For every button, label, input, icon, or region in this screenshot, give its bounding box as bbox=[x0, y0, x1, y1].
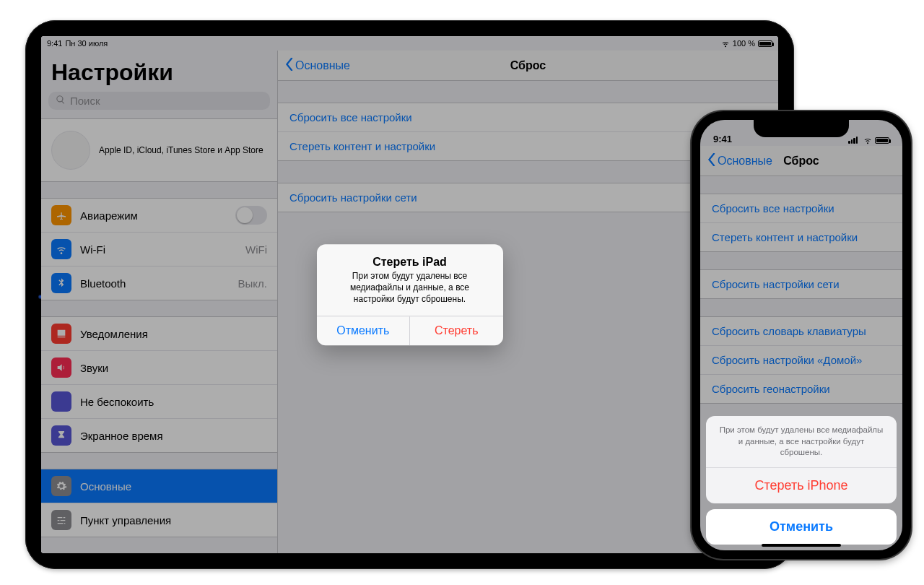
ipad-screen: 9:41 Пн 30 июля 100 % Настройки Поиск bbox=[41, 36, 778, 553]
alert-cancel-button[interactable]: Отменить bbox=[317, 316, 411, 345]
actionsheet-message: При этом будут удалены все медиафайлы и … bbox=[706, 416, 897, 468]
sidebar-group-attention: Уведомления Звуки Не беспокоить bbox=[41, 316, 277, 453]
sidebar-item-notifications[interactable]: Уведомления bbox=[41, 317, 277, 350]
bluetooth-icon bbox=[51, 273, 71, 293]
avatar bbox=[51, 131, 90, 170]
status-battery-pct: 100 % bbox=[733, 39, 755, 48]
back-button[interactable]: Основные bbox=[285, 58, 350, 74]
sliders-icon bbox=[51, 510, 71, 530]
account-subtitle: Apple ID, iCloud, iTunes Store и App Sto… bbox=[99, 145, 263, 155]
wifi-icon bbox=[721, 39, 730, 48]
notifications-icon bbox=[51, 324, 71, 344]
bluetooth-label: Bluetooth bbox=[80, 277, 126, 290]
moon-icon bbox=[51, 391, 71, 412]
actionsheet-erase-button[interactable]: Стереть iPhone bbox=[706, 468, 897, 503]
sidebar-item-sounds[interactable]: Звуки bbox=[41, 350, 277, 384]
iphone-device-frame: 9:41 Основные Сброс Сбросить все настрой… bbox=[692, 111, 911, 559]
search-placeholder: Поиск bbox=[70, 95, 100, 107]
wifi-label: Wi-Fi bbox=[80, 243, 105, 256]
dnd-label: Не беспокоить bbox=[80, 396, 154, 408]
sounds-icon bbox=[51, 358, 71, 378]
sidebar-item-account[interactable]: Apple ID, iCloud, iTunes Store и App Sto… bbox=[41, 118, 277, 182]
notifications-label: Уведомления bbox=[80, 328, 148, 340]
hourglass-icon bbox=[51, 425, 71, 446]
detail-title: Сброс bbox=[278, 59, 778, 72]
home-indicator[interactable] bbox=[762, 544, 841, 547]
wifi-icon bbox=[51, 239, 71, 259]
sidebar-item-wifi[interactable]: Wi-Fi WiFi bbox=[41, 232, 277, 266]
airplane-toggle[interactable] bbox=[235, 206, 267, 225]
alert-title: Стереть iPad bbox=[317, 244, 503, 270]
sidebar-item-screentime[interactable]: Экранное время bbox=[41, 418, 277, 452]
search-input[interactable]: Поиск bbox=[48, 92, 270, 110]
airplane-icon bbox=[51, 205, 71, 225]
erase-actionsheet: При этом будут удалены все медиафайлы и … bbox=[706, 416, 897, 545]
search-icon bbox=[56, 95, 66, 107]
screentime-label: Экранное время bbox=[80, 430, 163, 442]
sounds-label: Звуки bbox=[80, 362, 108, 374]
chevron-left-icon bbox=[285, 58, 294, 74]
iphone-notch bbox=[754, 120, 849, 137]
alert-erase-button[interactable]: Стереть bbox=[410, 316, 503, 345]
sidebar-group-system: Основные Пункт управления bbox=[41, 469, 277, 537]
controlcenter-label: Пункт управления bbox=[80, 514, 171, 526]
iphone-screen: 9:41 Основные Сброс Сбросить все настрой… bbox=[700, 120, 902, 550]
sidebar-item-bluetooth[interactable]: Bluetooth Выкл. bbox=[41, 266, 277, 300]
erase-confirm-alert: Стереть iPad При этом будут удалены все … bbox=[317, 244, 503, 345]
sidebar-group-connectivity: Авиарежим Wi-Fi WiFi Blue bbox=[41, 198, 277, 300]
sidebar-item-airplane[interactable]: Авиарежим bbox=[41, 199, 277, 232]
alert-message: При этом будут удалены все медиафайлы и … bbox=[317, 270, 503, 316]
status-date: Пн 30 июля bbox=[65, 39, 108, 48]
page-title: Настройки bbox=[41, 51, 277, 92]
ipad-device-frame: 9:41 Пн 30 июля 100 % Настройки Поиск bbox=[25, 20, 794, 569]
ipad-status-bar: 9:41 Пн 30 июля 100 % bbox=[41, 36, 778, 51]
sidebar-item-controlcenter[interactable]: Пункт управления bbox=[41, 503, 277, 537]
actionsheet-cancel-button[interactable]: Отменить bbox=[706, 509, 897, 545]
sidebar-item-dnd[interactable]: Не беспокоить bbox=[41, 384, 277, 418]
battery-icon bbox=[758, 40, 772, 47]
status-time: 9:41 bbox=[47, 39, 62, 48]
general-label: Основные bbox=[80, 480, 131, 493]
back-label: Основные bbox=[295, 59, 350, 72]
sidebar-item-general[interactable]: Основные bbox=[41, 469, 277, 503]
gear-icon bbox=[51, 476, 71, 496]
wifi-value: WiFi bbox=[245, 243, 267, 256]
airplane-label: Авиарежим bbox=[80, 209, 138, 222]
settings-sidebar: Настройки Поиск Apple ID, iCloud, iTunes… bbox=[41, 51, 278, 553]
detail-navbar: Основные Сброс bbox=[278, 51, 778, 81]
bluetooth-value: Выкл. bbox=[238, 277, 267, 290]
